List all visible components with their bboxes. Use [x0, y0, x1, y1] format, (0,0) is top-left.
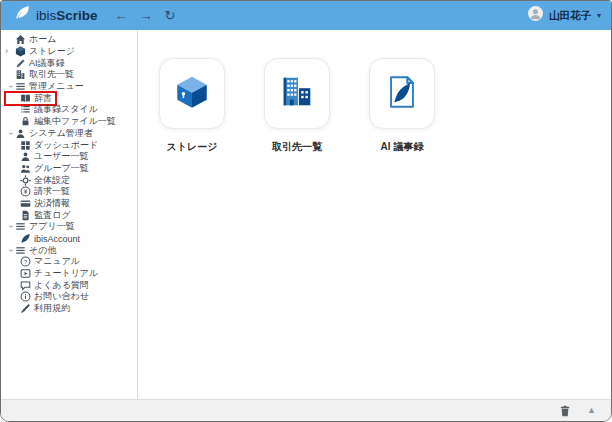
forward-button[interactable]: →: [140, 9, 153, 22]
card-storage-tile[interactable]: [159, 58, 225, 129]
menu-icon: [15, 81, 26, 92]
info-icon: [20, 291, 31, 302]
svg-text:¥: ¥: [24, 188, 28, 195]
cube-icon: [15, 46, 26, 57]
sidebar-item-faq[interactable]: よくある質問: [1, 279, 137, 291]
building-icon: [15, 69, 26, 80]
chevron-down-icon[interactable]: ›: [6, 82, 15, 92]
lock-icon: [20, 116, 31, 127]
sidebar-item-groups[interactable]: グループ一覧: [1, 163, 137, 175]
sidebar-item-audit-log[interactable]: 監査ログ: [1, 209, 137, 221]
sidebar-item-terms[interactable]: 利用規約: [1, 303, 137, 315]
sidebar-item-label: ibisAccount: [34, 234, 80, 244]
chevron-down-icon[interactable]: ›: [6, 245, 15, 255]
pen-icon: [20, 303, 31, 314]
sidebar-item-contact[interactable]: お問い合わせ: [1, 291, 137, 303]
menu-icon: [15, 245, 26, 256]
sidebar-item-label: 利用規約: [34, 302, 70, 315]
play-icon: [20, 268, 31, 279]
sidebar-item-home[interactable]: ホーム: [1, 34, 137, 46]
app-header: ibisScribe ← → ↻ 山田花子 ▾: [1, 1, 611, 30]
yen-icon: ¥: [20, 186, 31, 197]
bottom-bar: ▲: [1, 399, 611, 421]
sidebar-item-billing[interactable]: ¥請求一覧: [1, 186, 137, 198]
back-button[interactable]: ←: [115, 9, 128, 22]
sidebar-item-ai-minutes[interactable]: AI議事録: [1, 57, 137, 69]
app-logo: ibisScribe: [14, 5, 98, 26]
sidebar-item-clients[interactable]: 取引先一覧: [1, 69, 137, 81]
chevron-right-icon[interactable]: ›: [5, 47, 15, 56]
user-menu[interactable]: 山田花子 ▾: [528, 6, 601, 25]
card-storage: ストレージ: [159, 58, 225, 154]
main-content: ストレージ取引先一覧AI 議事録: [138, 30, 611, 399]
sidebar-item-admin-menu[interactable]: ›管理メニュー: [1, 81, 137, 93]
feather-icon: [20, 233, 31, 244]
question-icon: ?: [20, 256, 31, 267]
user-name: 山田花子: [549, 9, 591, 23]
sidebar-item-storage[interactable]: ›ストレージ: [1, 46, 137, 58]
gear-icon: [20, 175, 31, 186]
book-icon: [20, 93, 31, 104]
card-label: AI 議事録: [381, 140, 424, 154]
document-quill-icon: [383, 73, 421, 115]
svg-text:?: ?: [24, 259, 28, 265]
app-window: ibisScribe ← → ↻ 山田花子 ▾ ホーム›ストレージAI議事録取引…: [0, 0, 612, 422]
chevron-down-icon[interactable]: ›: [6, 128, 15, 138]
app-title: ibisScribe: [36, 8, 98, 23]
caret-down-icon: ▾: [597, 11, 601, 20]
cards-row: ストレージ取引先一覧AI 議事録: [159, 58, 435, 154]
home-icon: [15, 34, 26, 45]
card-ai-minutes: AI 議事録: [369, 58, 435, 154]
sidebar-item-manual[interactable]: ?マニュアル: [1, 256, 137, 268]
sidebar-item-editing-files[interactable]: 編集中ファイル一覧: [1, 116, 137, 128]
sidebar-item-minutes-style[interactable]: 議事録スタイル: [1, 104, 137, 116]
sidebar-item-others[interactable]: ›その他: [1, 244, 137, 256]
sidebar-item-settings[interactable]: 全体設定: [1, 174, 137, 186]
sidebar-item-apps[interactable]: ›アプリ一覧: [1, 221, 137, 233]
sidebar-item-ibis-account[interactable]: ibisAccount: [1, 233, 137, 245]
storage-cube-icon: [173, 73, 211, 115]
buildings-icon: [278, 73, 316, 115]
card-label: ストレージ: [167, 140, 218, 154]
app-body: ホーム›ストレージAI議事録取引先一覧›管理メニュー辞書議事録スタイル編集中ファ…: [1, 30, 611, 399]
card-icon: [20, 198, 31, 209]
chevron-down-icon[interactable]: ›: [6, 222, 15, 232]
browser-nav: ← → ↻: [115, 9, 176, 22]
sidebar-item-system-admin[interactable]: ›システム管理者: [1, 128, 137, 140]
pencil-icon: [15, 58, 26, 69]
feather-logo-icon: [14, 5, 31, 26]
sidebar-item-label: アプリ一覧: [29, 220, 75, 233]
grid-icon: [20, 140, 31, 151]
chat-icon: [20, 280, 31, 291]
sidebar-item-dictionary[interactable]: 辞書: [1, 92, 137, 104]
list-icon: [20, 104, 31, 115]
card-ai-minutes-tile[interactable]: [369, 58, 435, 129]
collapse-button[interactable]: ▲: [587, 406, 596, 415]
sidebar-item-payment[interactable]: 決済情報: [1, 198, 137, 210]
refresh-button[interactable]: ↻: [165, 9, 176, 22]
card-clients-tile[interactable]: [264, 58, 330, 129]
person-icon: [20, 151, 31, 162]
user-avatar-icon: [528, 6, 543, 25]
trash-button[interactable]: [560, 405, 570, 417]
people-icon: [20, 163, 31, 174]
sidebar-item-tutorial[interactable]: チュートリアル: [1, 268, 137, 280]
sidebar-item-users[interactable]: ユーザー一覧: [1, 151, 137, 163]
doc-icon: [20, 210, 31, 221]
card-label: 取引先一覧: [272, 140, 322, 154]
menu-icon: [15, 221, 26, 232]
person-icon: [15, 128, 26, 139]
sidebar-menu: ホーム›ストレージAI議事録取引先一覧›管理メニュー辞書議事録スタイル編集中ファ…: [1, 30, 138, 399]
card-clients: 取引先一覧: [264, 58, 330, 154]
sidebar-item-dashboard[interactable]: ダッシュボード: [1, 139, 137, 151]
